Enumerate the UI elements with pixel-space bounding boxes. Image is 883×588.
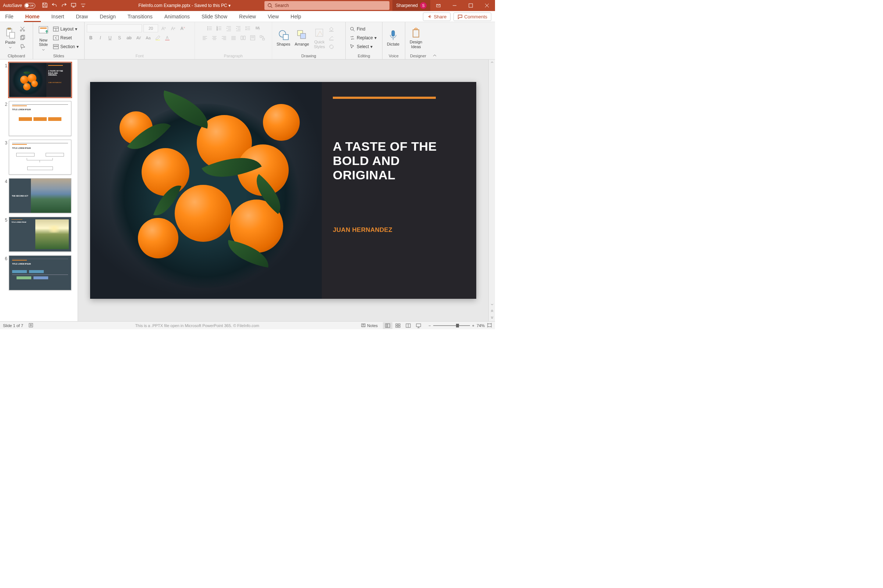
tab-home[interactable]: Home	[25, 11, 41, 22]
section-button[interactable]: Section ▾	[51, 43, 80, 51]
increase-indent-icon[interactable]	[234, 24, 242, 32]
slide-canvas[interactable]: A TASTE OF THE BOLD AND ORIGINAL JUAN HE…	[78, 60, 488, 321]
quick-styles-button[interactable]: Quick Styles	[311, 27, 327, 48]
tab-draw[interactable]: Draw	[75, 11, 89, 22]
undo-icon[interactable]	[51, 2, 57, 9]
tab-file[interactable]: File	[5, 11, 14, 22]
tab-view[interactable]: View	[267, 11, 280, 22]
layout-button[interactable]: Layout ▾	[51, 25, 80, 33]
zoom-value[interactable]: 74%	[477, 323, 485, 328]
maximize-icon[interactable]	[463, 0, 479, 11]
select-button[interactable]: Select ▾	[348, 43, 380, 51]
strikethrough-icon[interactable]: ab	[125, 34, 133, 42]
underline-icon[interactable]: U	[106, 34, 114, 42]
scroll-up-icon[interactable]	[490, 60, 494, 64]
slide-thumbnail-4[interactable]: THE SECOND ACT	[9, 178, 71, 213]
font-color-icon[interactable]: A	[163, 34, 171, 42]
search-box[interactable]: Search	[265, 1, 390, 10]
slideshow-view-icon[interactable]	[414, 322, 423, 329]
tab-transitions[interactable]: Transitions	[127, 11, 153, 22]
tab-insert[interactable]: Insert	[50, 11, 65, 22]
align-text-icon[interactable]	[248, 34, 257, 42]
next-slide-icon[interactable]	[490, 315, 494, 319]
current-slide[interactable]: A TASTE OF THE BOLD AND ORIGINAL JUAN HE…	[90, 82, 476, 299]
shape-outline-icon[interactable]	[327, 34, 335, 42]
numbering-icon[interactable]: 123	[215, 24, 223, 32]
reset-button[interactable]: Reset	[51, 34, 80, 42]
align-right-icon[interactable]	[220, 34, 228, 42]
close-icon[interactable]	[479, 0, 495, 11]
copy-icon[interactable]	[18, 34, 27, 42]
arrange-button[interactable]: Arrange	[292, 29, 311, 46]
design-ideas-button[interactable]: Design Ideas	[408, 27, 424, 48]
align-center-icon[interactable]	[211, 34, 218, 42]
shape-fill-icon[interactable]	[327, 25, 335, 33]
minimize-icon[interactable]	[447, 0, 463, 11]
justify-icon[interactable]	[230, 34, 238, 42]
dictate-button[interactable]: Dictate	[385, 29, 402, 46]
shadow-icon[interactable]: S	[116, 34, 123, 42]
shapes-button[interactable]: Shapes	[274, 29, 292, 46]
slide-title[interactable]: A TASTE OF THE BOLD AND ORIGINAL	[333, 139, 465, 182]
replace-button[interactable]: Replace ▾	[348, 34, 380, 42]
fit-window-icon[interactable]	[487, 322, 492, 328]
slide-thumbnails-pane[interactable]: 1 A TASTE OF THEBOLD ANDORIGINAL JUAN HE…	[0, 60, 78, 321]
tab-help[interactable]: Help	[290, 11, 302, 22]
sorter-view-icon[interactable]	[393, 322, 403, 329]
save-icon[interactable]	[42, 2, 48, 9]
zoom-in-icon[interactable]: +	[472, 323, 474, 328]
normal-view-icon[interactable]	[383, 322, 393, 329]
slide-author[interactable]: JUAN HERNANDEZ	[333, 226, 465, 234]
smartart-icon[interactable]	[258, 34, 266, 42]
reading-view-icon[interactable]	[403, 322, 413, 329]
font-size-combo[interactable]: 20	[143, 24, 158, 32]
columns-icon[interactable]	[239, 34, 247, 42]
comments-button[interactable]: Comments	[453, 12, 491, 21]
tab-review[interactable]: Review	[238, 11, 257, 22]
paste-button[interactable]: Paste	[2, 27, 18, 48]
zoom-out-icon[interactable]: −	[429, 323, 431, 328]
font-family-combo[interactable]	[87, 24, 142, 32]
qat-more-icon[interactable]	[80, 2, 86, 9]
find-button[interactable]: Find	[348, 25, 380, 33]
tab-animations[interactable]: Animations	[164, 11, 191, 22]
italic-icon[interactable]: I	[96, 34, 104, 42]
slide-position[interactable]: Slide 1 of 7	[3, 323, 23, 328]
char-spacing-icon[interactable]: AV	[135, 34, 143, 42]
new-slide-button[interactable]: New Slide	[35, 25, 51, 51]
accessibility-icon[interactable]	[28, 322, 33, 328]
zoom-slider[interactable]	[433, 325, 470, 326]
bold-icon[interactable]: B	[87, 34, 95, 42]
slide-thumbnail-2[interactable]: TITLE LOREM IPSUM	[9, 101, 71, 136]
format-painter-icon[interactable]	[18, 43, 27, 51]
zoom-control[interactable]: − + 74%	[429, 322, 492, 328]
bullets-icon[interactable]	[206, 24, 214, 32]
tab-slideshow[interactable]: Slide Show	[201, 11, 228, 22]
align-left-icon[interactable]	[201, 34, 209, 42]
notes-button[interactable]: Notes	[361, 323, 378, 328]
slide-thumbnail-5[interactable]: TITLE LOREM IPSUM	[9, 217, 71, 252]
present-icon[interactable]	[71, 2, 77, 9]
decrease-font-icon[interactable]: A▾	[169, 24, 177, 32]
shape-effects-icon[interactable]	[327, 43, 335, 51]
scroll-down-icon[interactable]	[490, 303, 494, 306]
user-account[interactable]: Sharpened S	[393, 0, 430, 11]
text-direction-icon[interactable]: IIA	[253, 24, 262, 32]
document-title[interactable]: FileInfo.com Example.pptx - Saved to thi…	[90, 3, 265, 8]
highlight-icon[interactable]	[154, 34, 162, 42]
slide-thumbnail-1[interactable]: A TASTE OF THEBOLD ANDORIGINAL JUAN HERN…	[9, 63, 71, 98]
change-case-icon[interactable]: Aa	[144, 34, 152, 42]
increase-font-icon[interactable]: A▴	[159, 24, 168, 32]
decrease-indent-icon[interactable]	[225, 24, 233, 32]
line-spacing-icon[interactable]	[244, 24, 252, 32]
collapse-ribbon-icon[interactable]	[431, 22, 438, 59]
ribbon-options-icon[interactable]	[430, 0, 447, 11]
cut-icon[interactable]	[18, 25, 27, 33]
vertical-scrollbar[interactable]	[488, 60, 495, 321]
prev-slide-icon[interactable]	[490, 309, 494, 313]
autosave-toggle[interactable]: AutoSave Off	[0, 3, 38, 9]
clear-formatting-icon[interactable]: A	[179, 24, 187, 32]
slide-thumbnail-3[interactable]: TITLE LOREM IPSUM	[9, 140, 71, 175]
share-button[interactable]: Share	[423, 12, 451, 21]
slide-thumbnail-6[interactable]: TITLE LOREM IPSUM	[9, 255, 71, 290]
